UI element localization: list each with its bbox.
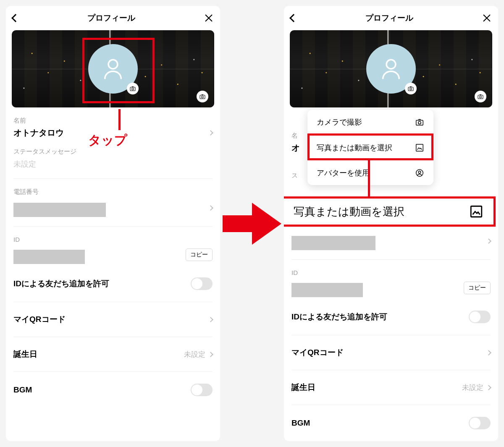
screenshot-right: プロフィール 名 オ ス カメラで撮影: [284, 6, 498, 441]
id-value-redacted: [13, 250, 85, 264]
annotation-box-popup-row: [307, 133, 433, 160]
phone-section: [291, 229, 491, 260]
annotation-box-avatar: [82, 38, 155, 103]
popup-camera-label: カメラで撮影: [317, 117, 362, 127]
chevron-right-icon: [208, 317, 213, 322]
avatar[interactable]: [366, 44, 416, 94]
bgm-label: BGM: [13, 385, 32, 395]
svg-point-7: [480, 96, 482, 98]
close-icon[interactable]: [204, 13, 213, 23]
camera-icon: [415, 118, 424, 127]
svg-point-5: [410, 88, 412, 90]
back-icon[interactable]: [11, 14, 20, 22]
person-icon: [379, 57, 403, 81]
behind-name-label: 名: [291, 132, 298, 140]
phone-section: 電話番号: [13, 179, 213, 227]
bgm-row: BGM: [13, 372, 213, 408]
arrow-between: [220, 6, 284, 441]
svg-rect-6: [478, 95, 483, 99]
camera-icon: [407, 85, 414, 92]
phone-value-redacted: [13, 203, 106, 217]
allow-friend-label: IDによる友だち追加を許可: [13, 278, 109, 289]
svg-rect-8: [416, 120, 423, 125]
name-value: オトナタロウ: [13, 127, 64, 139]
copy-button[interactable]: コピー: [464, 282, 491, 294]
header-title: プロフィール: [87, 13, 135, 24]
qr-row[interactable]: マイQRコード: [13, 302, 213, 337]
annotation-line: [368, 159, 370, 198]
annotation-tap-label: タップ: [88, 132, 127, 149]
id-row: コピー: [13, 246, 213, 264]
allow-friend-toggle[interactable]: [191, 277, 213, 290]
id-label: ID: [13, 236, 213, 243]
callout-label: 写真または動画を選択: [294, 204, 404, 219]
birthday-value: 未設定: [462, 383, 483, 392]
chevron-right-icon: [208, 205, 213, 211]
popup-avatar-option[interactable]: アバターを使用: [307, 160, 433, 185]
header: プロフィール: [284, 6, 498, 30]
annotation-line: [118, 109, 121, 130]
id-row: コピー: [291, 279, 491, 297]
id-value-redacted: [291, 283, 363, 297]
chevron-right-icon: [208, 352, 213, 357]
birthday-value: 未設定: [184, 350, 205, 359]
bgm-toggle[interactable]: [469, 417, 491, 429]
avatar-face-icon: [415, 168, 424, 178]
svg-point-12: [418, 171, 421, 173]
birthday-row[interactable]: 誕生日 未設定: [13, 337, 213, 372]
phone-row[interactable]: [291, 232, 491, 250]
big-red-arrow-icon: [223, 199, 281, 249]
qr-label: マイQRコード: [291, 347, 344, 358]
chevron-right-icon: [486, 385, 491, 390]
allow-friend-toggle[interactable]: [469, 311, 491, 323]
behind-status-label: ス: [291, 172, 298, 180]
id-section: ID コピー: [13, 227, 213, 264]
svg-rect-4: [408, 87, 413, 91]
allow-friend-label: IDによる友だち追加を許可: [291, 311, 387, 322]
id-section: ID コピー: [291, 260, 491, 297]
qr-row[interactable]: マイQRコード: [291, 335, 491, 370]
banner-camera-badge[interactable]: [197, 91, 208, 102]
copy-button[interactable]: コピー: [186, 248, 213, 261]
bgm-toggle[interactable]: [191, 384, 213, 396]
screenshot-left: プロフィール タップ 名前: [6, 6, 220, 441]
popup-avatar-label: アバターを使用: [317, 168, 370, 178]
close-icon[interactable]: [482, 13, 491, 23]
svg-point-9: [418, 121, 421, 124]
popup-camera-option[interactable]: カメラで撮影: [307, 110, 433, 135]
bgm-label: BGM: [291, 418, 310, 428]
image-icon: [469, 204, 483, 219]
svg-rect-13: [471, 206, 482, 217]
back-icon[interactable]: [289, 14, 298, 22]
select-media-callout: 写真または動画を選択: [284, 196, 496, 227]
birthday-label: 誕生日: [291, 382, 315, 393]
chevron-right-icon: [486, 350, 491, 356]
status-value[interactable]: 未設定: [13, 159, 213, 169]
banner-camera-badge[interactable]: [475, 91, 486, 102]
camera-icon: [199, 93, 206, 100]
svg-point-3: [202, 96, 204, 98]
header: プロフィール: [6, 6, 220, 30]
camera-icon: [477, 93, 484, 100]
phone-label: 電話番号: [13, 188, 213, 196]
svg-rect-2: [200, 95, 205, 99]
header-title: プロフィール: [365, 13, 413, 24]
allow-friend-row: IDによる友だち追加を許可: [13, 264, 213, 302]
chevron-right-icon: [208, 130, 213, 136]
allow-friend-row: IDによる友だち追加を許可: [291, 297, 491, 335]
chevron-right-icon: [486, 238, 491, 244]
name-label: 名前: [13, 117, 213, 125]
cover-banner[interactable]: [12, 30, 214, 107]
avatar-camera-badge[interactable]: [405, 83, 417, 94]
birthday-row[interactable]: 誕生日 未設定: [291, 370, 491, 405]
id-label: ID: [291, 269, 491, 276]
cover-banner[interactable]: [290, 30, 492, 107]
bgm-row: BGM: [291, 405, 491, 441]
birthday-label: 誕生日: [13, 349, 37, 360]
phone-row[interactable]: [13, 199, 213, 217]
behind-name-value: オ: [291, 142, 300, 154]
qr-label: マイQRコード: [13, 314, 66, 325]
phone-value-redacted: [291, 236, 375, 250]
